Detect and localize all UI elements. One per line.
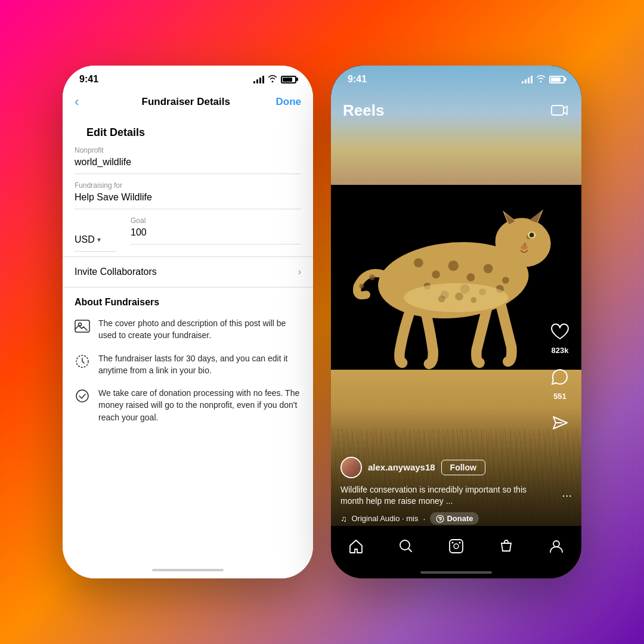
status-icons-right — [522, 75, 565, 84]
reels-actions: 823k 551 — [548, 320, 572, 435]
battery-icon-right — [549, 76, 565, 83]
info-item-3: We take care of donation processing with… — [75, 387, 301, 423]
signal-icon — [253, 75, 264, 83]
nav-bar-left: ‹ Fundraiser Details Done — [63, 89, 313, 117]
person-icon — [548, 538, 565, 555]
currency-goal-row: USD ▾ Goal 100 — [63, 216, 313, 252]
heart-icon — [548, 320, 572, 343]
donate-label: Donate — [447, 514, 473, 523]
reels-title: Reels — [343, 101, 384, 120]
phone-left: 9:41 — [63, 66, 313, 578]
nav-shop[interactable] — [498, 538, 515, 555]
clock-icon — [75, 354, 90, 369]
status-bar-right: 9:41 — [331, 66, 581, 89]
currency-value: USD — [75, 234, 95, 245]
cheetah-image — [349, 137, 569, 423]
collaborators-row[interactable]: Invite Collaborators › — [63, 256, 313, 287]
nonprofit-label: Nonprofit — [75, 146, 301, 154]
music-note-icon: ♫ — [340, 514, 347, 524]
svg-point-10 — [502, 277, 509, 284]
nav-search[interactable] — [398, 538, 414, 555]
more-button[interactable]: ··· — [562, 488, 572, 502]
phone-right: 9:41 — [331, 66, 581, 578]
battery-icon — [281, 76, 296, 83]
nav-home[interactable] — [348, 538, 364, 555]
fundraising-label: Fundraising for — [75, 181, 301, 190]
send-icon — [548, 411, 572, 435]
info-item-2: The fundraiser lasts for 30 days, and yo… — [75, 352, 301, 377]
like-action[interactable]: 823k — [548, 320, 572, 355]
info-item-1: The cover photo and description of this … — [75, 317, 301, 342]
nav-reels[interactable] — [448, 538, 465, 555]
svg-point-34 — [470, 297, 476, 303]
comment-count: 551 — [553, 392, 566, 401]
nonprofit-value[interactable]: world_wildlife — [75, 157, 301, 174]
checkmark-icon — [75, 388, 90, 404]
svg-rect-38 — [450, 540, 463, 553]
svg-point-42 — [553, 541, 559, 547]
svg-point-39 — [454, 544, 459, 549]
time-right: 9:41 — [348, 74, 367, 85]
svg-point-6 — [432, 270, 440, 278]
comment-action[interactable]: 551 — [548, 366, 572, 401]
collaborators-label: Invite Collaborators — [75, 267, 157, 277]
info-text-2: The fundraiser lasts for 30 days, and yo… — [98, 352, 301, 377]
search-icon — [398, 538, 414, 555]
edit-details-section: Edit Details Nonprofit world_wildlife Fu… — [63, 117, 313, 209]
home-indicator-right — [420, 571, 492, 574]
avatar — [340, 457, 362, 478]
donate-button[interactable]: Donate — [430, 512, 479, 525]
left-content: Edit Details Nonprofit world_wildlife Fu… — [63, 117, 313, 578]
goal-label: Goal — [131, 216, 301, 225]
svg-rect-35 — [552, 106, 564, 115]
follow-button[interactable]: Follow — [441, 460, 485, 475]
camera-button[interactable] — [549, 100, 569, 120]
fundraising-value[interactable]: Help Save Wildlife — [75, 192, 301, 209]
svg-point-5 — [414, 258, 423, 268]
wifi-icon-right — [536, 75, 546, 84]
svg-point-23 — [530, 233, 534, 237]
done-button[interactable]: Done — [275, 96, 301, 108]
home-icon — [348, 538, 364, 555]
nav-title: Fundraiser Details — [142, 96, 230, 108]
about-section: About Fundraisers The cover photo and de… — [63, 287, 313, 423]
time-left: 9:41 — [79, 74, 98, 85]
currency-chevron: ▾ — [97, 236, 101, 244]
info-text-3: We take care of donation processing with… — [98, 387, 301, 423]
audio-row: ♫ Original Audio · mis · Donate — [340, 512, 540, 525]
share-action[interactable] — [548, 411, 572, 435]
svg-point-7 — [448, 261, 459, 271]
info-text-1: The cover photo and description of this … — [98, 317, 301, 342]
svg-point-3 — [76, 390, 88, 402]
user-row: alex.anyways18 Follow — [340, 457, 540, 478]
reels-container: 9:41 — [331, 66, 581, 578]
bottom-nav — [331, 526, 581, 578]
chevron-right-icon: › — [298, 267, 301, 277]
username: alex.anyways18 — [368, 462, 435, 472]
svg-point-9 — [484, 264, 493, 274]
svg-point-41 — [459, 542, 461, 544]
reels-header: Reels — [331, 93, 581, 128]
comment-icon — [548, 366, 572, 389]
back-button[interactable]: ‹ — [75, 94, 96, 110]
avatar-image — [342, 458, 361, 477]
currency-select[interactable]: USD ▾ — [75, 234, 116, 252]
nav-profile[interactable] — [548, 538, 565, 555]
svg-point-8 — [467, 273, 475, 281]
status-bar-left: 9:41 — [63, 66, 313, 89]
reels-icon — [448, 538, 465, 555]
shopping-bag-icon — [498, 538, 515, 555]
svg-point-40 — [452, 542, 454, 544]
photo-icon — [75, 318, 90, 334]
scene: 9:41 — [0, 0, 644, 644]
audio-text: Original Audio · mis — [352, 514, 419, 523]
caption: Wildlife conservation is incredibly impo… — [340, 484, 540, 507]
goal-field: Goal 100 — [131, 216, 301, 252]
goal-value[interactable]: 100 — [131, 227, 301, 244]
like-count: 823k — [552, 346, 569, 355]
about-title: About Fundraisers — [75, 297, 301, 308]
edit-details-title: Edit Details — [75, 117, 301, 146]
signal-icon-right — [522, 75, 532, 83]
reels-post-info: alex.anyways18 Follow Wildlife conservat… — [340, 457, 540, 525]
home-indicator-left — [152, 569, 224, 571]
